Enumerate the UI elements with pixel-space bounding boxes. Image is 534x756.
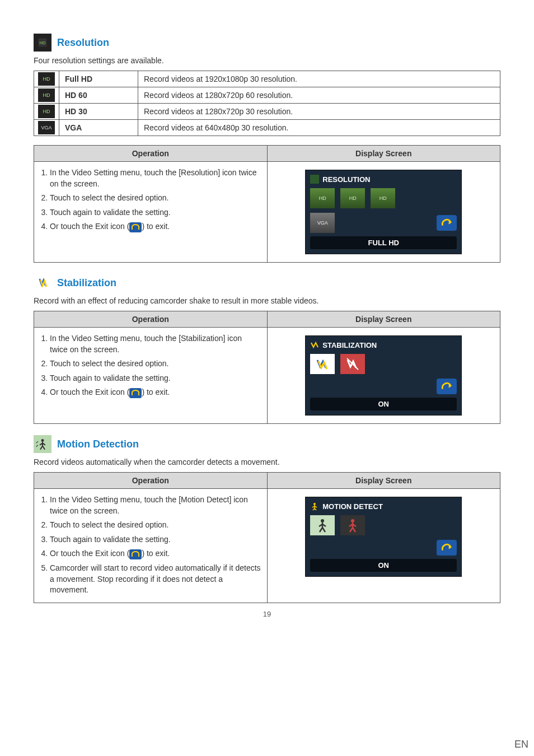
step: In the Video Setting menu, touch the [St… xyxy=(50,333,261,355)
resolution-desc: Record videos at 640x480p 30 resolution. xyxy=(138,120,500,136)
ds-status: FULL HD xyxy=(310,236,457,249)
ds-title: MOTION DETECT xyxy=(310,502,457,511)
ds-option-vga[interactable]: VGA xyxy=(310,213,335,233)
hd30-icon: HD xyxy=(38,105,55,118)
resolution-label: Full HD xyxy=(59,71,138,87)
stabilization-intro: Record with an effect of reducing camcor… xyxy=(34,296,500,305)
operation-header: Operation xyxy=(34,146,268,162)
resolution-desc: Record videos at 1920x1080p 30 resolutio… xyxy=(138,71,500,87)
ds-title: RESOLUTION xyxy=(310,175,457,184)
stabilization-ds-icon xyxy=(310,340,319,349)
stabilization-icon xyxy=(34,274,51,292)
display-screen-header: Display Screen xyxy=(267,473,500,489)
operation-header: Operation xyxy=(34,473,268,489)
step: Or touch the Exit icon () to exit. xyxy=(50,548,261,559)
ds-status: ON xyxy=(310,559,457,572)
motion-display-screen: MOTION DETECT xyxy=(305,497,462,577)
motion-intro: Record videos automatically when the cam… xyxy=(34,458,500,466)
step: Or touch the Exit icon () to exit. xyxy=(50,221,261,232)
resolution-icon: HD xyxy=(34,34,51,52)
step: Touch to select the desired option. xyxy=(50,520,261,531)
exit-icon xyxy=(129,388,142,398)
table-row: VGA VGA Record videos at 640x480p 30 res… xyxy=(34,120,500,136)
language-tag: EN xyxy=(514,739,528,750)
operation-cell: In the Video Setting menu, touch the [Mo… xyxy=(34,489,268,603)
table-row: HD HD 30 Record videos at 1280x720p 30 r… xyxy=(34,104,500,120)
resolution-label: HD 60 xyxy=(59,87,138,104)
step: Touch to select the desired option. xyxy=(50,193,261,204)
resolution-desc: Record videos at 1280x720p 60 resolution… xyxy=(138,87,500,104)
display-screen-cell: MOTION DETECT xyxy=(267,489,500,603)
step: Camcorder will start to record video aut… xyxy=(50,563,261,596)
display-screen-cell: STABILIZATION xyxy=(267,328,500,424)
vga-icon: VGA xyxy=(38,121,55,134)
table-row: HD HD 60 Record videos at 1280x720p 60 r… xyxy=(34,87,500,104)
ds-title: STABILIZATION xyxy=(310,340,457,349)
exit-icon xyxy=(129,222,142,232)
page-number: 19 xyxy=(34,610,500,618)
full-hd-icon: HD xyxy=(38,72,55,86)
step: Touch to select the desired option. xyxy=(50,358,261,370)
ds-option-stabilization-off[interactable] xyxy=(340,354,365,374)
svg-rect-2 xyxy=(310,175,319,184)
step: Touch again to validate the setting. xyxy=(50,534,261,545)
resolution-intro: Four resolution settings are available. xyxy=(34,56,500,65)
motion-ds-icon xyxy=(310,502,319,511)
resolution-operation-table: Operation Display Screen In the Video Se… xyxy=(34,145,500,263)
svg-point-4 xyxy=(41,439,44,442)
ds-option-motion-on[interactable] xyxy=(310,515,335,535)
table-row: HD Full HD Record videos at 1920x1080p 3… xyxy=(34,71,500,87)
operation-cell: In the Video Setting menu, touch the [St… xyxy=(34,328,268,424)
resolution-label: VGA xyxy=(59,120,138,136)
ds-option-hd60[interactable]: HD xyxy=(340,188,365,208)
motion-section-header: Motion Detection xyxy=(34,435,500,453)
ds-option-stabilization-on[interactable] xyxy=(310,354,335,374)
step: Touch again to validate the setting. xyxy=(50,373,261,384)
ds-options: HD HD HD xyxy=(310,188,457,208)
display-screen-header: Display Screen xyxy=(267,311,500,328)
ds-exit-button[interactable] xyxy=(437,540,457,556)
svg-text:HD: HD xyxy=(40,40,46,45)
step: In the Video Setting menu, touch the [Mo… xyxy=(50,494,261,516)
ds-bottom-row: VGA xyxy=(310,213,457,233)
resolution-label: HD 30 xyxy=(59,104,138,120)
ds-exit-button[interactable] xyxy=(437,379,457,394)
ds-bottom-row xyxy=(310,540,457,556)
ds-bottom-row xyxy=(310,379,457,394)
ds-option-motion-off[interactable] xyxy=(340,515,365,535)
step: Touch again to validate the setting. xyxy=(50,207,261,218)
display-screen-header: Display Screen xyxy=(267,146,500,162)
svg-point-6 xyxy=(321,519,324,522)
stabilization-display-screen: STABILIZATION xyxy=(305,335,462,416)
stabilization-operation-table: Operation Display Screen In the Video Se… xyxy=(34,311,500,424)
display-screen-cell: RESOLUTION HD HD HD VGA xyxy=(267,162,500,263)
resolution-desc: Record videos at 1280x720p 30 resolution… xyxy=(138,104,500,120)
resolution-heading: Resolution xyxy=(57,37,109,49)
resolution-section-header: HD Resolution xyxy=(34,34,500,52)
stabilization-heading: Stabilization xyxy=(57,277,116,289)
motion-operation-table: Operation Display Screen In the Video Se… xyxy=(34,472,500,603)
ds-exit-button[interactable] xyxy=(437,215,457,231)
motion-icon xyxy=(34,435,51,453)
hd60-icon: HD xyxy=(38,88,55,102)
motion-heading: Motion Detection xyxy=(57,438,139,450)
ds-status: ON xyxy=(310,398,457,410)
resolution-table: HD Full HD Record videos at 1920x1080p 3… xyxy=(34,71,500,136)
step: Or touch the Exit icon () to exit. xyxy=(50,387,261,398)
resolution-display-screen: RESOLUTION HD HD HD VGA xyxy=(305,170,462,254)
step: In the Video Setting menu, touch the [Re… xyxy=(50,167,261,189)
ds-option-full-hd[interactable]: HD xyxy=(310,188,335,208)
operation-cell: In the Video Setting menu, touch the [Re… xyxy=(34,162,268,263)
ds-option-hd30[interactable]: HD xyxy=(371,188,395,208)
svg-point-5 xyxy=(313,503,316,505)
ds-options xyxy=(310,515,457,535)
svg-point-7 xyxy=(351,519,354,522)
ds-options xyxy=(310,354,457,374)
operation-header: Operation xyxy=(34,311,268,328)
resolution-ds-icon xyxy=(310,175,319,184)
stabilization-section-header: Stabilization xyxy=(34,274,500,292)
exit-icon xyxy=(129,549,142,559)
